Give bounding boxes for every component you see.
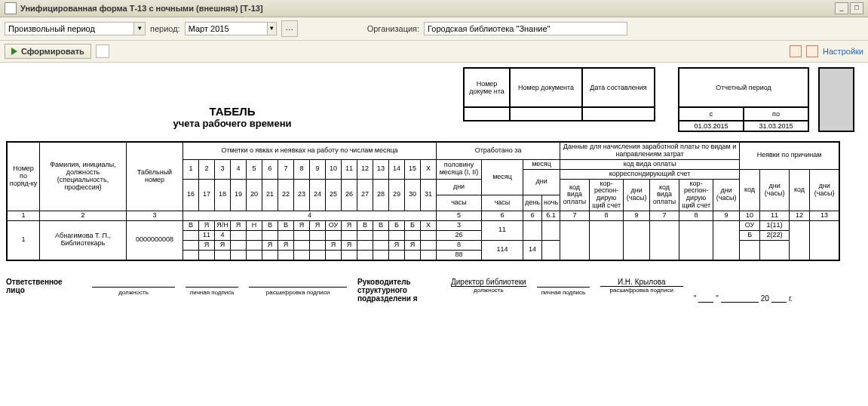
org-label: Организация: xyxy=(367,24,419,33)
hdr-from: с xyxy=(679,107,744,121)
window-title: Унифицированная форма Т-13 с ночными (вн… xyxy=(20,4,263,13)
report-sheet: ТАБЕЛЬ учета рабочего времени Номер доку… xyxy=(0,63,868,307)
toolbar-top: ▼ период: ▼ … Организация: xyxy=(0,17,868,41)
settings-icon[interactable] xyxy=(806,45,818,57)
chevron-down-icon[interactable]: ▼ xyxy=(133,23,145,35)
doc-subtitle: учета рабочего времени xyxy=(6,118,459,129)
toolbar-actions: Сформировать Настройки xyxy=(0,41,868,63)
chevron-down-icon[interactable]: ▼ xyxy=(267,23,276,35)
hdr-date: Дата составления xyxy=(582,68,655,107)
period-mode-combo[interactable]: ▼ xyxy=(5,22,146,35)
app-icon xyxy=(5,2,17,14)
signature-area: Ответственное лицо должность личная подп… xyxy=(6,278,862,303)
grid-icon[interactable] xyxy=(790,45,802,57)
hdr-to-val: 31.03.2015 xyxy=(744,121,808,131)
doc-title: ТАБЕЛЬ xyxy=(6,105,459,118)
hdr-to: по xyxy=(744,107,808,121)
sig-resp: Ответственное лицо xyxy=(6,278,81,294)
hdr-docnum2: Номер документа xyxy=(510,68,582,107)
ellipsis-button[interactable]: … xyxy=(281,20,298,37)
hdr-from-val: 01.03.2015 xyxy=(679,121,744,131)
sig-fio: И.Н. Крылова xyxy=(600,278,683,287)
sig-ruk: Руководитель структурного подразделени я xyxy=(357,278,440,303)
maximize-button[interactable]: □ xyxy=(850,2,863,14)
play-icon xyxy=(11,48,17,55)
period-label: период: xyxy=(150,24,180,33)
sig-dir: Директор библиотеки xyxy=(451,278,526,287)
settings-link[interactable]: Настройки xyxy=(823,47,863,56)
right-tools: Настройки xyxy=(790,45,863,57)
period-combo[interactable]: ▼ xyxy=(185,22,277,35)
org-input[interactable] xyxy=(424,22,627,35)
generate-button-label: Сформировать xyxy=(21,47,84,56)
period-input[interactable] xyxy=(186,23,267,35)
hdr-report-period: Отчетный период xyxy=(679,68,808,107)
timesheet-table: Номер по поряд-куФамилия, инициалы, долж… xyxy=(6,141,840,261)
hdr-greybox xyxy=(819,68,854,131)
hdr-docnum1: Номер докуме нта xyxy=(464,68,510,107)
minimize-button[interactable]: _ xyxy=(835,2,848,14)
period-mode-input[interactable] xyxy=(5,23,133,35)
title-bar: Унифицированная форма Т-13 с ночными (вн… xyxy=(0,0,868,17)
export-icon[interactable] xyxy=(96,45,109,58)
generate-button[interactable]: Сформировать xyxy=(5,44,91,59)
